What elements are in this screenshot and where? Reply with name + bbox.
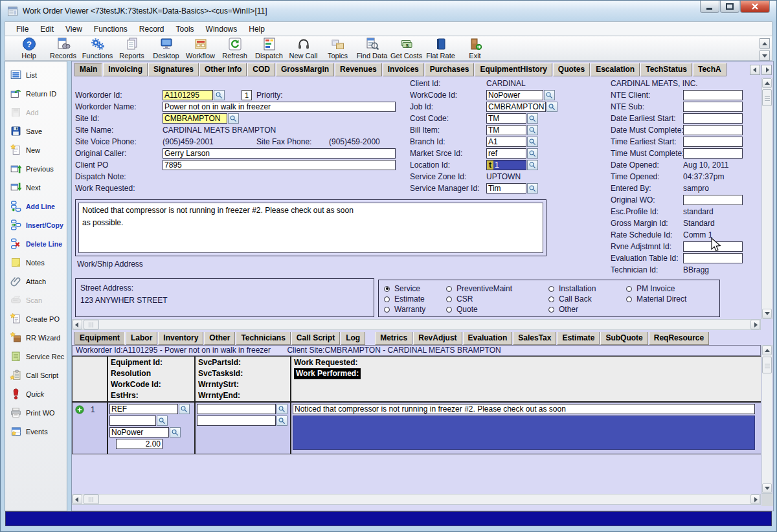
radio-csr[interactable]: CSR <box>446 294 512 304</box>
form-vertical-scrollbar[interactable] <box>761 78 772 319</box>
subtab-equipment[interactable]: Equipment <box>74 332 125 345</box>
field-input-job-id[interactable]: CMBRAMPTONTM <box>486 102 546 112</box>
sidebar-item-service-rec[interactable]: Service Rec <box>5 347 67 366</box>
field-input-time-must-complete[interactable] <box>683 148 743 159</box>
toolbar-help-button[interactable]: ?Help <box>12 37 46 60</box>
sidebar-item-return-id[interactable]: Return ID <box>5 84 67 103</box>
equipment-id-lookup-button[interactable] <box>179 404 190 414</box>
toolbar-exit-button[interactable]: Exit <box>458 37 492 60</box>
toolbar-records-button[interactable]: Records <box>46 37 80 60</box>
tab-quotes[interactable]: Quotes <box>553 63 590 76</box>
tab-grossmargin[interactable]: GrossMargin <box>276 63 334 76</box>
menu-file[interactable]: File <box>10 23 34 36</box>
sidebar-item-attach[interactable]: Attach <box>5 272 67 291</box>
market-srce-id-lookup-button[interactable] <box>527 148 538 159</box>
radio-installation[interactable]: Installation <box>548 283 596 294</box>
toolbar-topics-button[interactable]: Topics <box>321 37 355 60</box>
tab-other-info[interactable]: Other Info <box>199 63 247 76</box>
est-hrs-input[interactable]: 2.00 <box>116 439 163 449</box>
radio-material-direct[interactable]: Material Direct <box>626 294 686 304</box>
scroll-up-button[interactable] <box>762 78 772 88</box>
sidebar-item-next[interactable]: Next <box>5 178 67 197</box>
toolbar-scroll-up[interactable] <box>760 38 770 49</box>
toolbar-workflow-button[interactable]: Workflow <box>183 37 218 60</box>
field-input-original-wo[interactable] <box>683 195 743 205</box>
tab-cod[interactable]: COD <box>247 63 275 76</box>
scroll-left-button[interactable] <box>73 494 82 504</box>
tab-equipmenthistory[interactable]: EquipmentHistory <box>475 63 552 76</box>
work-performed-selected-area[interactable] <box>293 416 755 450</box>
sidebar-item-quick[interactable]: Quick <box>5 384 67 403</box>
scroll-thumb[interactable] <box>762 357 772 373</box>
field-input-evaluation-table-id[interactable] <box>683 253 743 263</box>
sidebar-item-delete-line[interactable]: Delete Line <box>5 234 67 253</box>
field-input-location-id[interactable]: t1 <box>486 160 526 170</box>
resolution-input[interactable] <box>109 416 156 426</box>
sidebar-item-add[interactable]: Add <box>5 103 67 122</box>
radio-service[interactable]: Service <box>384 283 425 294</box>
radio-pm-invoice[interactable]: PM Invoice <box>626 283 686 294</box>
tab-signatures[interactable]: Signatures <box>148 63 199 76</box>
svc-tasks-id-input[interactable] <box>197 416 276 426</box>
field-input-workcode-id[interactable]: NoPower <box>486 90 543 100</box>
work-requested-input[interactable]: Noticed that compressor is not running i… <box>293 404 755 414</box>
sidebar-item-scan[interactable]: Scan <box>5 291 67 309</box>
scroll-down-button[interactable] <box>762 309 772 318</box>
toolbar-dispatch-button[interactable]: Dispatch <box>252 37 286 60</box>
tab-scroll-left-button[interactable] <box>750 65 760 75</box>
site-id-lookup-button[interactable] <box>228 113 239 124</box>
toolbar-desktop-button[interactable]: Desktop <box>149 37 183 60</box>
toolbar-flat-rate-button[interactable]: Flat Rate <box>423 37 458 60</box>
radio-warranty[interactable]: Warranty <box>384 304 425 315</box>
radio-quote[interactable]: Quote <box>446 304 512 315</box>
scroll-up-button[interactable] <box>762 346 772 355</box>
toolbar-scroll-down[interactable] <box>760 50 770 61</box>
tab-revenues[interactable]: Revenues <box>335 63 382 76</box>
scroll-down-button[interactable] <box>762 483 772 493</box>
tab-escalation[interactable]: Escalation <box>591 63 640 76</box>
field-input-bill-item[interactable]: TM <box>486 125 526 135</box>
field-input-time-earliest-start[interactable] <box>683 137 743 147</box>
tab-invoices[interactable]: Invoices <box>383 63 424 76</box>
sidebar-item-call-script[interactable]: Call Script <box>5 366 67 384</box>
toolbar-new-call-button[interactable]: New Call <box>286 37 321 60</box>
field-input-service-manager-id[interactable]: Tim <box>486 183 526 194</box>
subtab-evaluation[interactable]: Evaluation <box>463 332 513 345</box>
branch-id-lookup-button[interactable] <box>527 137 538 147</box>
scroll-thumb[interactable] <box>84 320 99 329</box>
sidebar-item-notes[interactable]: Notes <box>5 253 67 272</box>
tab-scroll-right-button[interactable] <box>761 65 772 75</box>
field-input-nte-client[interactable] <box>683 90 743 100</box>
subtab-estimate[interactable]: Estimate <box>557 332 600 345</box>
sidebar-item-events[interactable]: Events <box>5 422 67 441</box>
svc-parts-lookup-button[interactable] <box>276 404 287 414</box>
scroll-right-button[interactable] <box>750 494 760 504</box>
subtab-salestax[interactable]: SalesTax <box>513 332 556 345</box>
subtab-metrics[interactable]: Metrics <box>375 332 412 345</box>
menu-windows[interactable]: Windows <box>200 23 243 36</box>
workorder-id-lookup-button[interactable] <box>214 90 225 100</box>
sidebar-item-print-wo[interactable]: Print WO <box>5 403 67 422</box>
subtab-subquote[interactable]: SubQuote <box>600 332 648 345</box>
svc-parts-id-input[interactable] <box>197 404 276 414</box>
radio-preventivemaint[interactable]: PreventiveMaint <box>446 283 512 294</box>
workcode-id-input[interactable]: NoPower <box>109 427 169 438</box>
menu-view[interactable]: View <box>60 23 88 36</box>
field-input-site-id[interactable]: CMBRAMPTON <box>163 113 227 124</box>
sidebar-item-previous[interactable]: Previous <box>5 159 67 178</box>
sidebar-item-insert-copy[interactable]: Insert/Copy <box>5 216 67 234</box>
field-input-original-caller[interactable]: Gerry Larson <box>163 148 396 159</box>
field-input-workorder-name[interactable]: Power not on in walk in freezer <box>163 102 396 112</box>
sidebar-item-save[interactable]: Save <box>5 122 67 140</box>
subtab-technicians[interactable]: Technicians <box>236 332 290 345</box>
cost-code-lookup-button[interactable] <box>527 113 538 124</box>
radio-call-back[interactable]: Call Back <box>548 294 596 304</box>
sidebar-item-rr-wizard[interactable]: RR Wizard <box>5 328 67 347</box>
sidebar-item-create-po[interactable]: Create PO <box>5 309 67 328</box>
service-manager-id-lookup-button[interactable] <box>527 183 538 194</box>
scroll-thumb[interactable] <box>762 89 772 106</box>
maximize-button[interactable] <box>720 1 739 13</box>
toolbar-reports-button[interactable]: Reports <box>115 37 149 60</box>
field-input-date-earliest-start[interactable] <box>683 113 743 124</box>
menu-help[interactable]: Help <box>243 23 271 36</box>
